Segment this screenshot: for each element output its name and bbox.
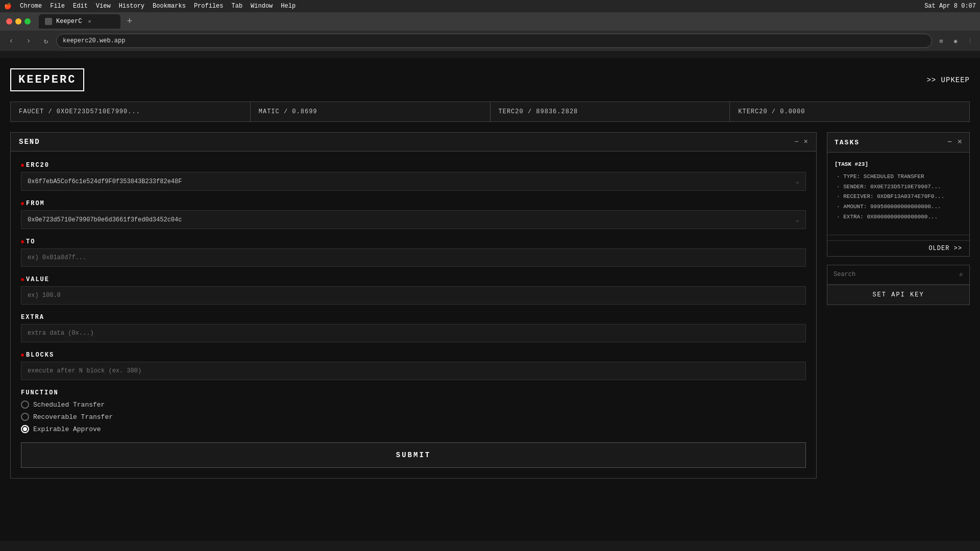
menu-window[interactable]: Window [251, 3, 273, 10]
address-bar[interactable]: keeperc20.web.app [56, 34, 932, 48]
to-label: TO [21, 238, 806, 245]
blocks-required-dot [21, 354, 24, 357]
set-api-key-button[interactable]: SET API KEY [827, 285, 969, 305]
task-row-amount: · AMOUNT: 999500000000000000... [835, 202, 962, 212]
value-required-dot [21, 278, 24, 281]
to-input-wrapper[interactable] [21, 248, 806, 267]
menu-bookmarks[interactable]: Bookmarks [153, 3, 186, 10]
value-input-wrapper[interactable] [21, 286, 806, 305]
erc20-input-wrapper[interactable]: ⌄ [21, 172, 806, 191]
blocks-group: BLOCKS [21, 352, 806, 380]
search-row: ⌕ [827, 265, 969, 285]
erc20-group: ERC20 ⌄ [21, 162, 806, 191]
search-input[interactable] [834, 271, 959, 278]
forward-button[interactable]: › [21, 34, 36, 48]
blocks-label: BLOCKS [21, 352, 806, 359]
tasks-minimize-button[interactable]: − [947, 138, 952, 147]
maximize-window-button[interactable] [24, 18, 31, 24]
menu-bar: 🍎 Chrome File Edit View History Bookmark… [0, 0, 980, 12]
system-time: Sat Apr 8 0:07 [924, 3, 976, 10]
radio-recoverable-transfer[interactable]: Recoverable Transfer [21, 413, 806, 421]
menu-edit[interactable]: Edit [73, 3, 88, 10]
extra-input-wrapper[interactable] [21, 324, 806, 342]
extensions-button[interactable]: ⊞ [935, 35, 947, 47]
menu-chrome[interactable]: Chrome [20, 3, 42, 10]
erc20-required-dot [21, 164, 24, 167]
radio-expirable-approve[interactable]: Expirable Approve [21, 425, 806, 433]
send-panel-controls: − × [794, 138, 808, 146]
from-dropdown-icon: ⌄ [796, 216, 799, 223]
task-row-sender: · SENDER: 0X0E723D5710E79907... [835, 182, 962, 192]
browser-chrome: KeeperC ✕ + ‹ › ↻ keeperc20.web.app ⊞ ◉ … [0, 12, 980, 51]
browser-tab-keeperc[interactable]: KeeperC ✕ [39, 14, 120, 29]
from-group: FROM ⌄ [21, 200, 806, 229]
function-group: FUNCTION Scheduled Transfer Recoverable … [21, 389, 806, 433]
radio-circle-recoverable [21, 413, 29, 421]
blocks-input-wrapper[interactable] [21, 362, 806, 380]
send-minimize-button[interactable]: − [794, 138, 798, 146]
tasks-title: TASKS [835, 139, 860, 146]
radio-circle-expirable [21, 425, 29, 433]
menu-tab[interactable]: Tab [232, 3, 243, 10]
address-url: keeperc20.web.app [63, 37, 125, 44]
task-id: [TASK #23] [835, 160, 962, 170]
erc20-dropdown-icon: ⌄ [796, 178, 799, 185]
browser-titlebar: KeeperC ✕ + [0, 12, 980, 31]
submit-button[interactable]: SUBMIT [21, 442, 806, 468]
main-layout: SEND − × ERC20 [10, 132, 970, 479]
search-panel: ⌕ SET API KEY [827, 265, 970, 305]
send-close-button[interactable]: × [804, 138, 808, 146]
upkeep-link[interactable]: >> UPKEEP [926, 76, 970, 84]
menu-profiles[interactable]: Profiles [194, 3, 224, 10]
back-button[interactable]: ‹ [4, 34, 18, 48]
erc20-input[interactable] [28, 178, 792, 185]
menu-history[interactable]: History [119, 3, 144, 10]
tasks-header: TASKS − × [827, 133, 969, 153]
tasks-body: [TASK #23] · TYPE: SCHEDULED TRANSFER · … [827, 153, 969, 230]
menu-file[interactable]: File [50, 3, 65, 10]
new-tab-button[interactable]: + [122, 14, 137, 29]
profile-button[interactable]: ◉ [949, 35, 962, 47]
task-row-extra: · EXTRA: 0X0000000000000000... [835, 212, 962, 222]
more-button[interactable]: ⋮ [964, 35, 976, 47]
older-link[interactable]: OLDER >> [827, 240, 969, 256]
app-logo: KEEPERC [10, 68, 84, 91]
send-panel: SEND − × ERC20 [10, 132, 817, 479]
function-label: FUNCTION [21, 389, 806, 396]
radio-scheduled-transfer[interactable]: Scheduled Transfer [21, 400, 806, 409]
value-input[interactable] [28, 292, 799, 299]
app-content: KEEPERC >> UPKEEP FAUCET / 0XOE723D5710E… [0, 58, 980, 541]
toolbar-actions: ⊞ ◉ ⋮ [935, 35, 976, 47]
browser-toolbar: ‹ › ↻ keeperc20.web.app ⊞ ◉ ⋮ [0, 31, 980, 51]
stat-matic: MATIC / 0.8699 [251, 102, 491, 121]
blocks-input[interactable] [28, 367, 799, 374]
apple-menu[interactable]: 🍎 [4, 3, 12, 10]
to-input[interactable] [28, 254, 799, 261]
send-panel-title: SEND [19, 138, 40, 146]
tasks-close-button[interactable]: × [957, 138, 962, 147]
from-required-dot [21, 202, 24, 205]
from-label: FROM [21, 200, 806, 207]
tasks-panel: TASKS − × [TASK #23] · TYPE: SCHEDULED T… [827, 132, 970, 257]
stat-terc20: TERC20 / 89836.2828 [491, 102, 730, 121]
menu-help[interactable]: Help [281, 3, 296, 10]
menu-view[interactable]: View [96, 3, 111, 10]
stat-faucet: FAUCET / 0XOE723D5710E7990... [11, 102, 251, 121]
erc20-label: ERC20 [21, 162, 806, 169]
send-panel-header: SEND − × [11, 133, 816, 152]
radio-circle-scheduled [21, 400, 29, 409]
send-panel-body: ERC20 ⌄ FROM [11, 152, 816, 478]
close-window-button[interactable] [6, 18, 12, 24]
to-required-dot [21, 240, 24, 243]
from-input[interactable] [28, 216, 792, 223]
from-input-wrapper[interactable]: ⌄ [21, 210, 806, 229]
tab-title: KeeperC [56, 18, 82, 25]
minimize-window-button[interactable] [15, 18, 21, 24]
reload-button[interactable]: ↻ [39, 34, 53, 48]
tab-close-button[interactable]: ✕ [86, 18, 93, 25]
extra-group: EXTRA [21, 314, 806, 342]
extra-input[interactable] [28, 330, 799, 337]
value-group: VALUE [21, 276, 806, 305]
tasks-controls: − × [947, 138, 962, 147]
app-wrapper: KEEPERC >> UPKEEP FAUCET / 0XOE723D5710E… [0, 12, 980, 541]
